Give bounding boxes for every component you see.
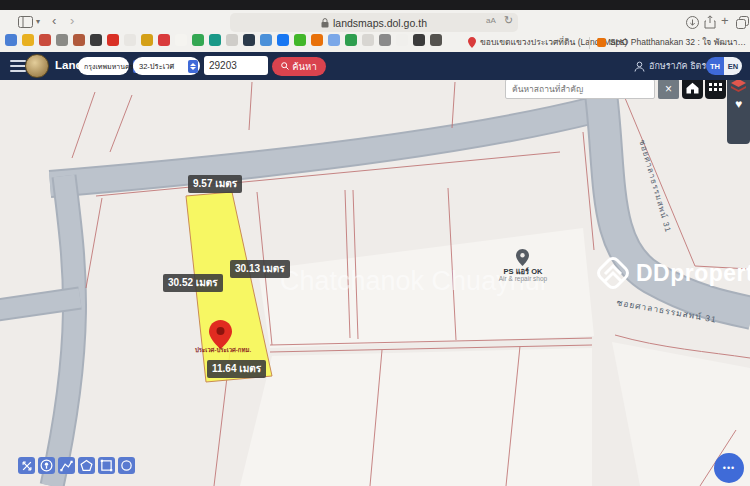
poi-search-input[interactable] xyxy=(505,80,655,99)
site-favicon[interactable] xyxy=(260,34,272,46)
crossing-arrows-icon xyxy=(21,460,33,472)
select-spinner-icon xyxy=(188,60,198,73)
layers-icon[interactable] xyxy=(731,80,746,92)
site-favicon[interactable] xyxy=(107,34,119,46)
tool-measure-line-button[interactable] xyxy=(58,457,75,474)
site-favicon[interactable] xyxy=(379,34,391,46)
bookmark-divider xyxy=(589,37,590,49)
site-favicon[interactable] xyxy=(192,34,204,46)
reload-icon[interactable]: ↻ xyxy=(504,14,513,27)
site-favicon[interactable] xyxy=(90,34,102,46)
pin-circle-icon xyxy=(40,459,53,472)
download-icon xyxy=(686,16,699,29)
tool-draw-circle-button[interactable] xyxy=(118,457,135,474)
clear-search-button[interactable]: × xyxy=(658,80,679,99)
url-text: landsmaps.dol.go.th xyxy=(333,17,427,29)
tab-overview-button[interactable] xyxy=(734,14,750,30)
bookmark-label: SHO Phatthanakan 32 : ใจ พัฒนาการ 32 ประ… xyxy=(610,35,748,49)
ddproperty-wordmark: DDproperty xyxy=(636,260,750,287)
site-favicon[interactable] xyxy=(362,34,374,46)
site-favicon[interactable] xyxy=(277,34,289,46)
site-favicon[interactable] xyxy=(311,34,323,46)
site-favicon[interactable] xyxy=(209,34,221,46)
more-actions-fab[interactable]: ••• xyxy=(714,453,744,483)
map-pin-icon xyxy=(468,37,476,48)
lang-en-button[interactable]: EN xyxy=(724,57,742,75)
site-favicon[interactable] xyxy=(73,34,85,46)
favorites-heart-icon[interactable]: ♥ xyxy=(735,98,742,110)
measure-label-bottom: 11.64 เมตร xyxy=(207,360,266,378)
polyline-icon xyxy=(60,460,73,472)
place-subtitle: Air & repair shop xyxy=(480,275,566,282)
site-favicon[interactable] xyxy=(141,34,153,46)
district-select-value: 32-ประเวศ xyxy=(139,60,174,72)
tool-locate-button[interactable] xyxy=(38,457,55,474)
user-name: อักษราภัค ธิตร xyxy=(649,59,706,73)
screen-top-strip xyxy=(0,0,750,10)
chevron-down-icon: ▾ xyxy=(36,15,40,28)
site-favicon[interactable] xyxy=(158,34,170,46)
sidebar-icon xyxy=(18,16,33,28)
new-tab-button[interactable]: + xyxy=(721,14,729,27)
hamburger-icon xyxy=(10,60,26,72)
department-of-lands-logo xyxy=(25,54,49,78)
language-toggle: TH EN xyxy=(706,57,742,75)
site-icon xyxy=(597,38,606,47)
user-icon xyxy=(634,61,645,72)
browser-chrome: ▾ ‹ › landsmaps.dol.go.th aA ↻ + xyxy=(0,10,750,53)
search-button-label: ค้นหา xyxy=(292,59,316,74)
rectangle-icon xyxy=(100,459,113,472)
tool-move-button[interactable] xyxy=(18,457,35,474)
downloads-button[interactable] xyxy=(684,14,700,30)
site-favicon[interactable] xyxy=(22,34,34,46)
parcel-area xyxy=(240,348,592,486)
parcel-number-input[interactable] xyxy=(204,56,268,75)
address-bar[interactable]: landsmaps.dol.go.th xyxy=(230,13,518,32)
lang-th-button[interactable]: TH xyxy=(706,57,724,75)
sidebar-toggle-button[interactable]: ▾ xyxy=(18,15,40,28)
place-pin-icon[interactable] xyxy=(516,249,529,266)
site-favicon[interactable] xyxy=(5,34,17,46)
translate-icon[interactable]: aA xyxy=(486,16,496,25)
province-select-value: กรุงเทพมหานคร xyxy=(84,61,133,72)
share-button[interactable] xyxy=(702,14,718,30)
site-favicon[interactable] xyxy=(328,34,340,46)
site-favicon[interactable] xyxy=(175,34,187,46)
user-menu[interactable]: อักษราภัค ธิตร ▾ xyxy=(634,59,714,73)
site-favicon[interactable] xyxy=(124,34,136,46)
measure-label-left: 30.52 เมตร xyxy=(163,274,223,292)
map-canvas[interactable]: Chatchanok Chuaynui DDproperty ซอยศาลาธร… xyxy=(0,80,750,486)
site-favicon[interactable] xyxy=(39,34,51,46)
bookmark-sho-phatthanakan[interactable]: SHO Phatthanakan 32 : ใจ พัฒนาการ 32 ประ… xyxy=(597,35,748,49)
site-favicon[interactable] xyxy=(396,34,408,46)
forward-button[interactable]: › xyxy=(70,14,74,27)
parcel-pin-caption: ประเวศ-ประเวศ-กทม. xyxy=(184,345,262,355)
ddproperty-logo-icon xyxy=(596,256,630,290)
province-select[interactable]: กรุงเทพมหานคร xyxy=(78,57,129,75)
site-favicon[interactable] xyxy=(56,34,68,46)
district-select[interactable]: 32-ประเวศ xyxy=(133,57,200,75)
landsmaps-app-window: ▾ ‹ › landsmaps.dol.go.th aA ↻ + xyxy=(0,0,750,486)
site-favicon[interactable] xyxy=(413,34,425,46)
polygon-icon xyxy=(80,459,93,472)
share-icon xyxy=(704,15,716,29)
tool-draw-rectangle-button[interactable] xyxy=(98,457,115,474)
menu-button[interactable] xyxy=(10,60,26,72)
grid-layers-button[interactable] xyxy=(705,80,726,99)
site-favicon[interactable] xyxy=(345,34,357,46)
search-button[interactable]: ค้นหา xyxy=(272,57,326,76)
magnifier-icon xyxy=(281,62,289,70)
site-favicon[interactable] xyxy=(243,34,255,46)
map-side-panel: ♥ xyxy=(727,80,750,144)
back-button[interactable]: ‹ xyxy=(52,14,56,27)
home-extent-button[interactable] xyxy=(682,80,703,99)
site-favicon[interactable] xyxy=(226,34,238,46)
lock-icon xyxy=(321,18,329,28)
tool-draw-polygon-button[interactable] xyxy=(78,457,95,474)
measure-label-right: 30.13 เมตร xyxy=(230,260,290,278)
grid-icon xyxy=(709,83,722,93)
landsmaps-header: LandsMaps กรุงเทพมหานคร 32-ประเวศ ค้นหา … xyxy=(0,52,750,80)
site-favicon[interactable] xyxy=(430,34,442,46)
site-favicon[interactable] xyxy=(294,34,306,46)
circle-icon xyxy=(120,459,133,472)
